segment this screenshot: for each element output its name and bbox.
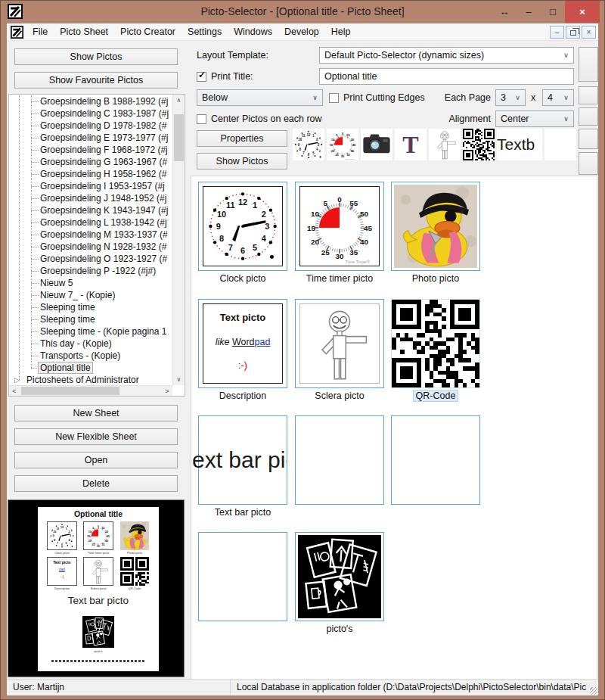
tree-vertical-scrollbar[interactable]: ∧ ∨: [172, 95, 185, 385]
checkbox-box[interactable]: ✓: [197, 72, 206, 82]
scrollbar-thumb[interactable]: [174, 114, 184, 161]
picto-cell-qr-code[interactable]: [391, 299, 480, 388]
chevron-down-icon: ∨: [560, 90, 572, 105]
print-cutting-edges-checkbox[interactable]: Print Cutting Edges: [329, 92, 425, 104]
side-tool-button-2[interactable]: [579, 86, 598, 104]
picto-cell-photo[interactable]: [391, 182, 480, 271]
tree-item[interactable]: Groepsindeling L 1938-1942 (#j: [10, 216, 172, 229]
time-timer-picto-icon[interactable]: [327, 129, 358, 160]
close-button[interactable]: ×: [565, 1, 600, 23]
scroll-left-icon[interactable]: <: [9, 386, 20, 396]
resize-grip[interactable]: [590, 687, 597, 695]
picto-cell-timer[interactable]: [295, 182, 384, 271]
tree-item[interactable]: This day - (Kopie): [10, 338, 172, 350]
tree-item[interactable]: Optional title: [10, 362, 172, 374]
scroll-down-icon[interactable]: ∨: [173, 374, 185, 385]
menu-item-help[interactable]: Help: [325, 24, 357, 39]
menu-item-file[interactable]: File: [26, 24, 54, 39]
picto-cell-empty[interactable]: [198, 532, 287, 621]
tree-item[interactable]: Groepsindeling I 1953-1957 (#j: [10, 180, 172, 192]
tree-item[interactable]: Sleeping time: [10, 313, 172, 325]
tree-item[interactable]: Groepsindeling G 1963-1967 (#: [10, 156, 172, 168]
mdi-minimize-button[interactable]: –: [550, 26, 564, 39]
show-favourite-pictos-button[interactable]: Show Favourite Pictos: [14, 72, 178, 89]
minimize-button[interactable]: –: [517, 1, 541, 23]
tree-item[interactable]: Groepsindeling K 1943-1947 (#j: [10, 204, 172, 216]
mdi-close-button[interactable]: ×: [582, 26, 596, 39]
scroll-right-icon[interactable]: >: [162, 386, 172, 396]
tree-item[interactable]: Groepsindeling H 1958-1962 (#: [10, 168, 172, 180]
tree-item[interactable]: Groepsindeling F 1968-1972 (#j: [10, 144, 172, 156]
each-page-rows-select[interactable]: 4 ∨: [542, 89, 574, 106]
layout-template-select[interactable]: Default Picto-Selector (dynamic sizes) ∨: [319, 47, 574, 64]
tree-expand-icon[interactable]: ▷: [14, 374, 20, 384]
print-title-input[interactable]: Optional title: [319, 68, 574, 85]
delete-button[interactable]: Delete: [14, 475, 178, 492]
side-tool-button-1[interactable]: [579, 47, 598, 82]
tree-item[interactable]: Groepsindeling C 1983-1987 (#j: [10, 107, 172, 120]
properties-button[interactable]: Properties: [197, 130, 287, 147]
tree-item[interactable]: Transports - (Kopie): [10, 350, 172, 362]
picto-cell-empty[interactable]: [391, 415, 480, 505]
text-picto-icon[interactable]: T: [395, 129, 427, 160]
show-pictos-button-2[interactable]: Show Pictos: [197, 153, 287, 170]
menu-item-windows[interactable]: Windows: [228, 24, 278, 39]
tree-item[interactable]: Groepsindeling B 1988-1992 (#j: [10, 95, 172, 107]
tree-item[interactable]: Groepsindeling J 1948-1952 (#j: [10, 192, 172, 204]
tree-item[interactable]: Groepsindeling N 1928-1932 (#: [10, 241, 172, 253]
picto-cell-sclera[interactable]: [295, 299, 384, 388]
maximize-button[interactable]: □: [541, 1, 565, 23]
tree-item[interactable]: Nieuw 7_ - (Kopie): [10, 289, 172, 301]
tree-item[interactable]: Groepsindeling O 1923-1927 (#: [10, 253, 172, 265]
tree-item[interactable]: Sleeping time - (Kopie pagina 1: [10, 325, 172, 338]
photo-picto-icon[interactable]: [361, 129, 392, 160]
scrollbar-thumb[interactable]: [21, 387, 119, 395]
tree-horizontal-scrollbar[interactable]: < >: [9, 385, 172, 396]
tree-item-root[interactable]: ▷ Pictosheets of Administrator: [10, 374, 172, 384]
textbar-picto-icon[interactable]: Textb: [497, 129, 542, 160]
tree-item[interactable]: Groepsindeling M 1933-1937 (#: [10, 229, 172, 241]
print-title-checkbox[interactable]: ✓ Print Title:: [197, 70, 253, 82]
tree-item[interactable]: Groepsindeling D 1978-1982 (#: [10, 120, 172, 132]
scroll-up-icon[interactable]: ∧: [173, 95, 185, 106]
open-button[interactable]: Open: [14, 452, 178, 468]
pictos-collection-image: [298, 535, 381, 618]
tree-item[interactable]: Nieuw 5: [10, 277, 172, 289]
tree-item[interactable]: Groepsindeling E 1973-1977 (#j: [10, 132, 172, 144]
menu-item-picto-creator[interactable]: Picto Creator: [114, 24, 182, 39]
empty-picto-icon[interactable]: [544, 129, 576, 160]
picto-cell-description[interactable]: Text picto like Wordpad :-): [198, 299, 287, 388]
center-pictos-checkbox[interactable]: Center Pictos on each row: [197, 113, 322, 125]
preview-qr-picto: [119, 557, 150, 586]
new-flexible-sheet-button[interactable]: New Flexible Sheet: [14, 428, 178, 445]
picto-cell-pictos[interactable]: [295, 532, 384, 621]
sheet-tree-view: Groepsindeling B 1988-1992 (#jGroepsinde…: [10, 95, 172, 384]
menu-item-settings[interactable]: Settings: [182, 24, 228, 39]
side-tool-button-5[interactable]: [579, 152, 598, 175]
page-preview-panel[interactable]: Optional title Clock picto Time timer pi…: [8, 499, 185, 677]
picto-cell-empty[interactable]: [295, 415, 384, 505]
picto-caption: Photo picto: [391, 273, 480, 285]
picto-cell-clock[interactable]: [198, 182, 287, 271]
clock-picto-icon[interactable]: [293, 129, 324, 160]
qr-code-picto-icon[interactable]: [463, 129, 495, 160]
menu-item-picto-sheet[interactable]: Picto Sheet: [54, 24, 114, 39]
new-sheet-button[interactable]: New Sheet: [14, 405, 178, 422]
checkbox-box[interactable]: [329, 93, 339, 103]
sclera-picto-icon[interactable]: [429, 129, 461, 160]
swap-window-button[interactable]: ↔: [492, 1, 517, 23]
caption-position-select[interactable]: Below ∨: [197, 89, 323, 106]
tree-item[interactable]: Sleeping time: [10, 301, 172, 313]
mdi-system-menu-icon[interactable]: [11, 26, 23, 39]
mdi-restore-button[interactable]: [566, 26, 580, 39]
alignment-select[interactable]: Center ∨: [495, 110, 574, 127]
each-page-cols-select[interactable]: 3 ∨: [495, 89, 526, 106]
tree-item[interactable]: Groepsindeling P -1922 (#j#): [10, 265, 172, 277]
preview-timer-picto: [83, 521, 113, 550]
show-pictos-button[interactable]: Show Pictos: [14, 48, 178, 65]
side-tool-button-4[interactable]: [579, 129, 598, 149]
side-tool-button-3[interactable]: [579, 107, 598, 126]
picto-cell-textbar[interactable]: ext bar pic: [198, 415, 287, 505]
checkbox-box[interactable]: [197, 114, 206, 124]
menu-item-develop[interactable]: Develop: [278, 24, 325, 39]
